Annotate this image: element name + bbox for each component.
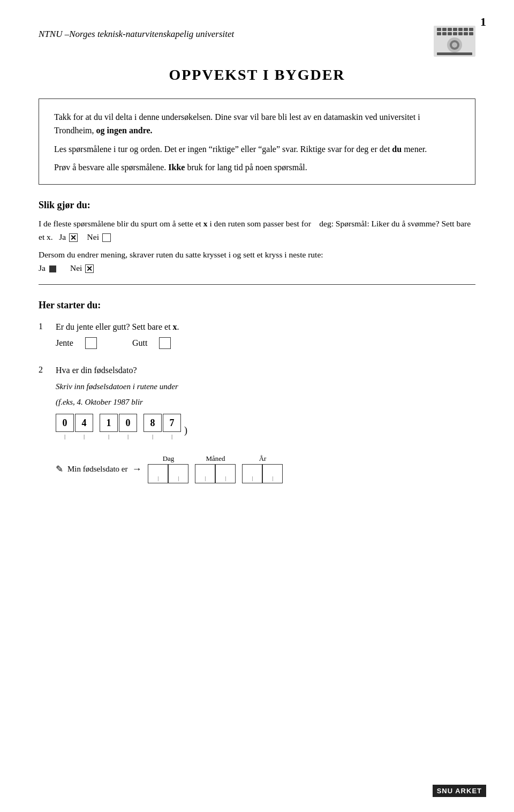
ja-label: Ja [59, 232, 66, 241]
birth-label-text: Min fødselsdato er [67, 465, 127, 474]
aar-cells: | | [242, 464, 283, 483]
q2-note2: (f.eks, 4. Oktober 1987 blir [56, 396, 475, 408]
q2-text: Hva er din fødselsdato? [56, 364, 475, 377]
jente-box[interactable] [85, 337, 97, 349]
svg-rect-10 [448, 32, 452, 35]
svg-rect-18 [437, 52, 472, 55]
her-starter-title: Her starter du: [39, 300, 475, 311]
q2-number: 2 [39, 364, 56, 375]
dag-cell-2[interactable]: | [168, 464, 188, 483]
slik-para2: Dersom du endrer mening, skraver ruten d… [39, 248, 475, 275]
birth-label: ✎ Min fødselsdato er → [56, 464, 141, 475]
maaned-cell-2[interactable]: | [215, 464, 236, 483]
page-number: 1 [480, 15, 486, 29]
q1-text: Er du jente eller gutt? Sett bare et x. [56, 321, 475, 334]
slik-para1: I de fleste spørsmålene blir du spurt om… [39, 217, 475, 244]
arrow-right-icon: → [132, 464, 141, 475]
nei-checkbox-checked [85, 264, 94, 273]
maaned-cells: | | [195, 464, 236, 483]
ja-checkbox-checked [69, 233, 78, 242]
dag-label: Dag [163, 454, 175, 463]
svg-rect-14 [469, 32, 473, 35]
maaned-cell-1[interactable]: | [195, 464, 215, 483]
svg-rect-1 [437, 28, 441, 31]
example-cell-2: 1 | [100, 414, 118, 439]
footer: SNU ARKET [433, 785, 486, 797]
svg-rect-9 [442, 32, 447, 35]
svg-point-17 [452, 42, 457, 48]
snu-arket-label: SNU ARKET [433, 785, 486, 797]
example-date-row: 0 | 4 | 1 | 0 | [56, 414, 475, 439]
question-1: 1 Er du jente eller gutt? Sett bare et x… [39, 321, 475, 349]
maaned-label: Måned [206, 454, 225, 463]
example-cell-5: 7 | [163, 414, 181, 439]
svg-rect-8 [437, 32, 441, 35]
maaned-group: Måned | | [195, 454, 236, 483]
slik-title: Slik gjør du: [39, 200, 475, 211]
gutt-box[interactable] [159, 337, 171, 349]
nei2-label: Nei [70, 263, 82, 272]
university-logo [434, 26, 475, 57]
page: 1 NTNU –Norges teknisk-naturvitenskapeli… [0, 0, 514, 812]
q1-number: 1 [39, 321, 56, 331]
intro-box: Takk for at du vil delta i denne undersø… [39, 98, 475, 185]
nei-label: Nei [87, 232, 99, 241]
gutt-label: Gutt [132, 338, 147, 348]
svg-rect-7 [469, 28, 473, 31]
intro-line2: Les spørsmålene i tur og orden. Det er i… [54, 143, 460, 156]
ja2-label: Ja [39, 263, 46, 272]
q2-content: Hva er din fødselsdato? Skriv inn fødsel… [56, 364, 475, 483]
intro-line1: Takk for at du vil delta i denne undersø… [54, 111, 460, 138]
svg-rect-3 [448, 28, 452, 31]
aar-group: År | | [242, 454, 283, 483]
svg-rect-13 [464, 32, 468, 35]
example-suffix: ) [184, 425, 187, 439]
ja-box-filled [49, 265, 56, 272]
q2-note: Skriv inn fødselsdatoen i rutene under [56, 381, 475, 393]
svg-rect-11 [453, 32, 457, 35]
example-cell-1: 4 | [75, 414, 93, 439]
aar-cell-1[interactable]: | [242, 464, 262, 483]
question-2: 2 Hva er din fødselsdato? Skriv inn føds… [39, 364, 475, 483]
svg-rect-12 [458, 32, 463, 35]
slik-section: Slik gjør du: I de fleste spørsmålene bl… [39, 200, 475, 285]
dag-cell-1[interactable]: | [148, 464, 168, 483]
svg-rect-6 [464, 28, 468, 31]
example-cell-0: 0 | [56, 414, 74, 439]
institution-name: NTNU –Norges teknisk-naturvitenskapelig … [39, 29, 234, 40]
nei-checkbox-empty [102, 233, 111, 242]
svg-rect-5 [458, 28, 463, 31]
aar-label: År [259, 454, 267, 463]
header: NTNU –Norges teknisk-naturvitenskapelig … [39, 26, 475, 57]
dag-group: Dag | | [148, 454, 188, 483]
dag-cells: | | [148, 464, 188, 483]
svg-rect-2 [442, 28, 447, 31]
pencil-icon: ✎ [56, 464, 63, 475]
intro-line3: Prøv å besvare alle spørsmålene. Ikke br… [54, 161, 460, 174]
birth-row: ✎ Min fødselsdato er → Dag | | [56, 454, 475, 483]
main-title: OPPVEKST I BYGDER [39, 66, 475, 84]
q1-answer-row: Jente Gutt [56, 337, 475, 349]
q1-content: Er du jente eller gutt? Sett bare et x. … [56, 321, 475, 349]
svg-rect-4 [453, 28, 457, 31]
aar-cell-2[interactable]: | [262, 464, 283, 483]
example-cell-3: 0 | [119, 414, 137, 439]
jente-label: Jente [56, 338, 73, 348]
example-cell-4: 8 | [143, 414, 162, 439]
her-starter: Her starter du: 1 Er du jente eller gutt… [39, 300, 475, 483]
